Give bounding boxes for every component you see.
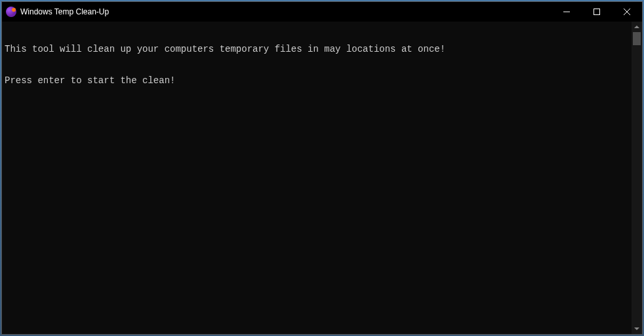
maximize-icon (594, 9, 600, 15)
close-button[interactable] (612, 2, 642, 22)
scroll-thumb[interactable] (633, 32, 641, 45)
scroll-track[interactable] (632, 32, 642, 324)
minimize-icon (563, 9, 570, 15)
close-icon (624, 9, 630, 15)
maximize-button[interactable] (582, 2, 612, 22)
svg-rect-1 (594, 9, 600, 15)
titlebar[interactable]: Windows Temp Clean-Up (2, 2, 642, 22)
titlebar-left: Windows Temp Clean-Up (2, 7, 552, 17)
content-wrapper: This tool will clean up your computers t… (2, 22, 642, 334)
console-output[interactable]: This tool will clean up your computers t… (2, 22, 632, 334)
app-window: Windows Temp Clean-Up This tool will cle… (1, 1, 643, 335)
app-icon (6, 7, 16, 17)
console-line: This tool will clean up your computers t… (5, 44, 629, 54)
minimize-button[interactable] (552, 2, 582, 22)
scroll-down-arrow-icon[interactable] (632, 324, 642, 334)
scroll-up-arrow-icon[interactable] (632, 22, 642, 32)
console-line: Press enter to start the clean! (5, 75, 629, 86)
vertical-scrollbar[interactable] (632, 22, 642, 334)
titlebar-controls (552, 2, 642, 22)
window-title: Windows Temp Clean-Up (20, 7, 109, 16)
